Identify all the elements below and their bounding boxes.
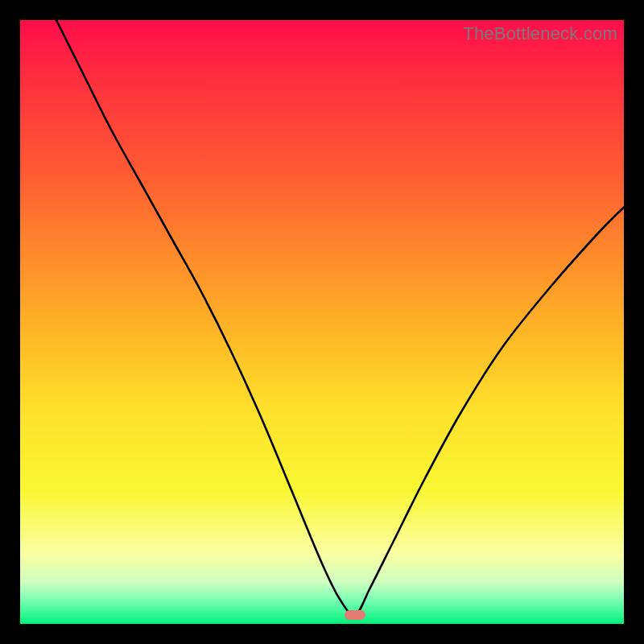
bottleneck-curve	[20, 20, 624, 624]
chart-frame: TheBottleneck.com	[0, 0, 644, 644]
curve-path	[56, 20, 624, 615]
optimum-marker	[345, 610, 365, 620]
gradient-plot-area: TheBottleneck.com	[20, 20, 624, 624]
